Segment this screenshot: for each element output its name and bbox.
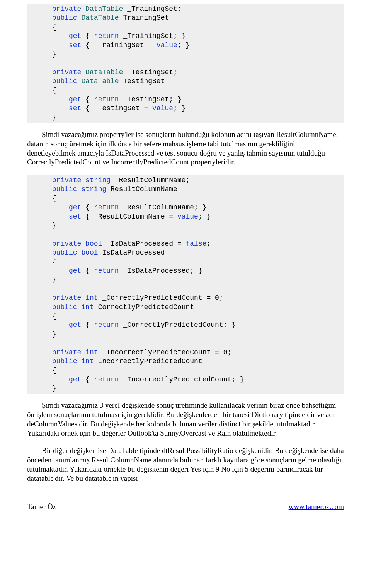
- kw: get: [52, 96, 82, 103]
- footer-author: Tamer Öz: [27, 502, 56, 511]
- t: _IsDataProcessed =: [102, 240, 186, 248]
- kw: public: [52, 14, 77, 22]
- code-block-1: private DataTable _TrainingSet; public D…: [27, 4, 344, 123]
- kw: get: [52, 32, 82, 40]
- t: {: [52, 366, 56, 374]
- t: {: [52, 195, 56, 202]
- t: _CorrectlyPredictedCount = 0;: [98, 294, 223, 302]
- t: {: [81, 203, 94, 211]
- code-block-2: private string _ResultColumnName; public…: [27, 175, 344, 394]
- kw: private: [52, 5, 82, 13]
- typ: DataTable: [81, 77, 119, 85]
- kw: set: [52, 41, 82, 49]
- kw: int: [85, 349, 98, 356]
- kw: get: [52, 321, 82, 329]
- kw: value: [152, 104, 173, 112]
- paragraph-1: Şimdi yazacağımız property'ler ise sonuç…: [27, 130, 344, 167]
- kw: get: [52, 267, 82, 275]
- t: [77, 303, 82, 311]
- t: ResultColumnName: [106, 185, 177, 193]
- t: {: [81, 267, 94, 275]
- kw: set: [52, 213, 82, 220]
- t: {: [81, 321, 94, 329]
- t: [81, 5, 85, 13]
- kw: private: [52, 294, 82, 302]
- kw: private: [52, 240, 82, 248]
- t: {: [81, 96, 94, 103]
- t: _TrainingSet; }: [119, 32, 186, 40]
- typ: DataTable: [81, 14, 119, 22]
- t: }: [52, 222, 56, 229]
- t: }: [52, 114, 56, 121]
- kw: private: [52, 68, 82, 76]
- t: ; }: [173, 104, 186, 112]
- kw: bool: [81, 249, 98, 256]
- t: ; }: [177, 41, 190, 49]
- t: [77, 249, 82, 256]
- t: ; }: [198, 213, 211, 220]
- kw: false: [186, 240, 207, 248]
- t: _ResultColumnName; }: [119, 203, 207, 211]
- kw: return: [94, 267, 119, 275]
- t: _TestingSet; }: [119, 96, 182, 103]
- kw: int: [81, 357, 94, 365]
- kw: return: [94, 376, 119, 383]
- t: _IsDataProcessed; }: [119, 267, 203, 275]
- t: }: [52, 276, 56, 284]
- kw: int: [85, 294, 98, 302]
- kw: int: [81, 303, 94, 311]
- t: [77, 14, 82, 22]
- t: _CorrectlyPredictedCount; }: [119, 321, 236, 329]
- t: { _TestingSet =: [81, 104, 152, 112]
- kw: public: [52, 77, 77, 85]
- t: [81, 68, 85, 76]
- t: { _ResultColumnName =: [81, 213, 177, 220]
- t: [81, 349, 85, 356]
- t: {: [52, 312, 56, 320]
- kw: get: [52, 203, 82, 211]
- t: {: [81, 32, 94, 40]
- kw: string: [81, 185, 106, 193]
- kw: return: [94, 321, 119, 329]
- kw: public: [52, 185, 77, 193]
- kw: set: [52, 104, 82, 112]
- kw: public: [52, 249, 77, 256]
- kw: public: [52, 303, 77, 311]
- t: CorrectlyPredictedCount: [94, 303, 194, 311]
- typ: DataTable: [85, 68, 123, 76]
- kw: string: [85, 176, 111, 184]
- t: TrainingSet: [119, 14, 169, 22]
- t: }: [52, 330, 56, 338]
- t: }: [52, 385, 56, 392]
- t: [81, 240, 85, 248]
- kw: return: [94, 32, 119, 40]
- t: _IncorrectlyPredictedCount = 0;: [98, 349, 232, 356]
- t: _TestingSet;: [123, 68, 177, 76]
- t: {: [81, 376, 94, 383]
- t: {: [52, 87, 56, 94]
- kw: private: [52, 176, 82, 184]
- t: [81, 294, 85, 302]
- paragraph-3: Bir diğer değişken ise DataTable tipinde…: [27, 446, 344, 483]
- page-footer: Tamer Öz www.tameroz.com: [27, 502, 344, 511]
- t: IsDataProcessed: [98, 249, 165, 256]
- t: [77, 77, 82, 85]
- kw: return: [94, 203, 119, 211]
- t: { _TrainingSet =: [81, 41, 156, 49]
- t: _TrainingSet;: [123, 5, 181, 13]
- t: [77, 357, 82, 365]
- t: IncorrectlyPredictedCount: [94, 357, 203, 365]
- kw: bool: [85, 240, 102, 248]
- footer-link[interactable]: www.tameroz.com: [289, 502, 344, 511]
- t: {: [52, 23, 56, 31]
- paragraph-2: Şimdi yazacağımız 3 yerel değişkende son…: [27, 401, 344, 438]
- typ: DataTable: [85, 5, 123, 13]
- t: ;: [207, 240, 211, 248]
- kw: return: [94, 96, 119, 103]
- t: TestingSet: [119, 77, 165, 85]
- t: [81, 176, 85, 184]
- t: {: [52, 258, 56, 266]
- t: _ResultColumnName;: [111, 176, 190, 184]
- kw: public: [52, 357, 77, 365]
- kw: get: [52, 376, 82, 383]
